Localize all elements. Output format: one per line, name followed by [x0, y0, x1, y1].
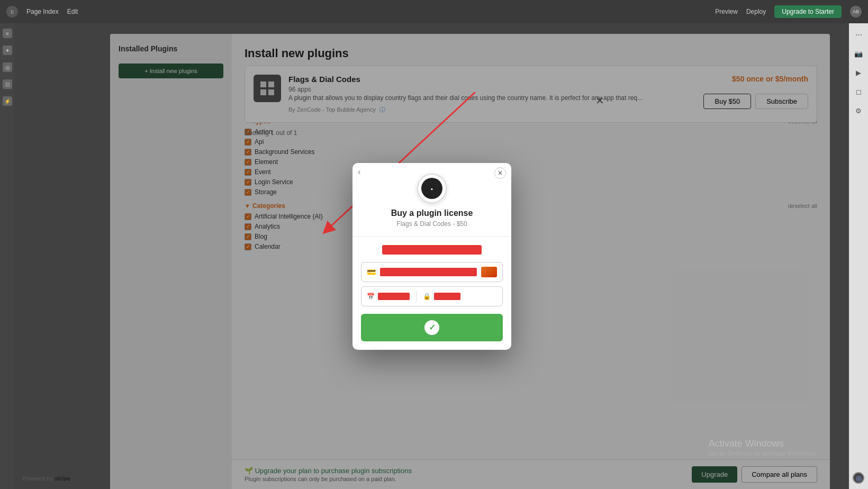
- card-brand-icon: [481, 267, 497, 277]
- modal-subtitle: Flags & Dial Codes - $50: [396, 220, 467, 228]
- buy-license-modal: ‹ ✕ · Buy a plugin license Flags & Dial …: [352, 163, 511, 350]
- nav-icon-4[interactable]: ⊡: [3, 79, 12, 89]
- nav-icon-1[interactable]: ≡: [3, 29, 12, 38]
- card-number-row[interactable]: 💳: [361, 262, 503, 282]
- bottom-circle-icon[interactable]: ◎: [853, 472, 864, 484]
- modal-overlay: ‹ ✕ · Buy a plugin license Flags & Dial …: [15, 23, 849, 489]
- modal-submit-button[interactable]: ✓: [361, 314, 503, 341]
- user-avatar: AB: [850, 6, 862, 17]
- right-icon-camera[interactable]: 📷: [853, 48, 864, 59]
- right-icon-dots[interactable]: ⋯: [853, 29, 864, 40]
- lock-icon: 🔒: [423, 293, 431, 300]
- modal-body: 💳 📅 🔒: [352, 237, 511, 350]
- windows-activate-title: Activate Windows: [709, 438, 817, 449]
- card-cvv-section: 🔒: [423, 293, 460, 300]
- redacted-name-field: [382, 245, 482, 255]
- main-layout: ≡ ✦ ◎ ⊡ ⚡ Installed Plugins + Install ne…: [0, 23, 868, 489]
- card-expiry-field[interactable]: [378, 293, 410, 300]
- nav-icon-3[interactable]: ◎: [3, 62, 12, 72]
- upgrade-button[interactable]: Upgrade to Starter: [774, 5, 842, 18]
- modal-header: · Buy a plugin license Flags & Dial Code…: [352, 163, 511, 237]
- nav-icon-5[interactable]: ⚡: [3, 96, 12, 106]
- modal-back-button[interactable]: ‹: [358, 167, 360, 177]
- bubble-logo: ·: [421, 178, 442, 199]
- calendar-icon: 📅: [367, 293, 375, 300]
- edit-label[interactable]: Edit: [67, 8, 78, 15]
- right-sidebar: ⋯ 📷 ▶ ◻ ⚙ ◎: [849, 23, 868, 489]
- card-expiry-section: 📅: [367, 293, 410, 300]
- modal-title: Buy a plugin license: [391, 209, 473, 218]
- content-area: Installed Plugins + Install new plugins …: [15, 23, 849, 489]
- app-logo: b: [6, 6, 18, 17]
- modal-logo: ·: [417, 174, 447, 203]
- windows-activate-subtitle: Go to Settings to activate Windows.: [709, 449, 817, 457]
- right-icon-video[interactable]: ▶: [853, 67, 864, 78]
- submit-checkmark: ✓: [424, 320, 439, 335]
- preview-label[interactable]: Preview: [715, 8, 738, 15]
- card-icon: 💳: [367, 268, 376, 276]
- nav-icon-2[interactable]: ✦: [3, 46, 12, 55]
- page-index-label[interactable]: Page Index: [26, 8, 59, 15]
- windows-watermark: Activate Windows Go to Settings to activ…: [709, 438, 817, 457]
- modal-close-button[interactable]: ✕: [494, 167, 506, 179]
- deploy-label[interactable]: Deploy: [746, 8, 766, 15]
- card-divider: [416, 291, 417, 302]
- card-number-field[interactable]: [380, 268, 477, 276]
- card-cvv-field[interactable]: [434, 293, 460, 300]
- top-bar: b Page Index Edit Preview Deploy Upgrade…: [0, 0, 868, 23]
- card-expiry-cvv-row[interactable]: 📅 🔒: [361, 286, 503, 306]
- right-icon-square[interactable]: ◻: [853, 86, 864, 97]
- right-icon-gear[interactable]: ⚙: [853, 105, 864, 116]
- left-sidebar: ≡ ✦ ◎ ⊡ ⚡: [0, 23, 15, 489]
